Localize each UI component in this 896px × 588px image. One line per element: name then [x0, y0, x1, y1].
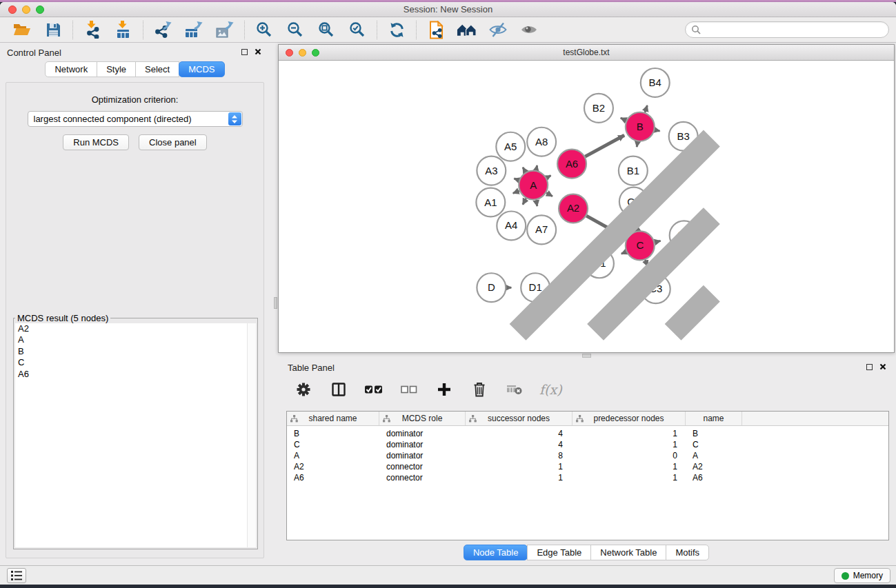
resize-grip-icon[interactable] [278, 61, 893, 352]
memory-label: Memory [853, 571, 883, 580]
close-window-button[interactable] [8, 6, 17, 14]
mcds-result-list[interactable]: A2 A B C A6 [15, 323, 256, 547]
tab-style[interactable]: Style [97, 61, 136, 77]
network-window-titlebar: testGlobe.txt [279, 45, 894, 61]
hierarchy-icon [576, 415, 584, 423]
checked-boxes-icon [365, 384, 383, 395]
zoom-fit-icon [317, 21, 335, 39]
refresh-icon [388, 21, 406, 39]
node-table: shared name MCDS role [286, 411, 889, 540]
optimization-criterion-label: Optimization criterion: [6, 94, 263, 105]
status-bar: Memory [0, 565, 896, 585]
delete-column-button[interactable] [469, 379, 490, 400]
memory-status-icon [842, 572, 849, 580]
tab-select[interactable]: Select [135, 61, 179, 77]
table-row[interactable]: B dominator 4 1 B [287, 428, 888, 439]
list-item[interactable]: C [15, 357, 256, 368]
scrollbar-track[interactable] [247, 323, 256, 547]
home-button[interactable] [457, 19, 477, 40]
select-stepper-icon [228, 112, 241, 125]
task-history-button[interactable] [7, 568, 26, 583]
add-column-button[interactable] [434, 379, 455, 400]
tab-motifs[interactable]: Motifs [666, 545, 709, 560]
hierarchy-icon [469, 415, 477, 423]
column-header[interactable]: predecessor nodes [573, 412, 686, 425]
zoom-window-button[interactable] [36, 6, 44, 14]
deselect-all-button[interactable] [399, 379, 419, 400]
delete-table-icon [507, 383, 523, 396]
close-view-button[interactable] [286, 49, 293, 57]
select-all-button[interactable] [364, 379, 384, 400]
delete-table-button[interactable] [504, 379, 525, 400]
column-header[interactable]: successor nodes [466, 412, 573, 425]
column-icon [330, 381, 347, 398]
window-controls [8, 6, 44, 14]
control-panel: Control Panel Network Style Select MCDS … [0, 43, 270, 565]
zoom-in-button[interactable] [254, 19, 275, 40]
tab-network-table[interactable]: Network Table [590, 545, 666, 560]
import-network-icon [83, 21, 101, 39]
network-file-button[interactable] [426, 19, 446, 40]
network-canvas[interactable]: B4B2BB3B1A5A8A3A6AA1A4A7A2C2CC4C1C3DD1 [279, 61, 894, 352]
refresh-button[interactable] [386, 19, 407, 40]
table-row[interactable]: C dominator 4 1 C [287, 439, 888, 450]
zoom-selected-button[interactable] [347, 19, 368, 40]
tab-network[interactable]: Network [45, 61, 97, 77]
export-network-button[interactable] [152, 19, 173, 40]
list-item[interactable]: A2 [15, 323, 256, 334]
zoom-fit-button[interactable] [316, 19, 337, 40]
search-input[interactable] [701, 23, 888, 37]
import-table-button[interactable] [113, 19, 134, 40]
zoom-out-icon [286, 21, 304, 39]
list-item[interactable]: B [15, 346, 256, 357]
tab-mcds[interactable]: MCDS [179, 61, 224, 77]
network-window-controls [286, 49, 319, 57]
table-settings-button[interactable] [293, 379, 314, 400]
tab-node-table[interactable]: Node Table [464, 545, 528, 560]
close-panel-button[interactable]: Close panel [139, 134, 207, 150]
table-row[interactable]: A6 connector 1 1 A6 [287, 472, 888, 483]
minimize-window-button[interactable] [22, 6, 30, 14]
float-panel-icon[interactable] [866, 364, 873, 370]
import-table-icon [115, 21, 132, 39]
search-box[interactable] [685, 21, 889, 38]
show-graphics-button[interactable] [519, 19, 539, 40]
hide-graphics-button[interactable] [488, 19, 508, 40]
trash-icon [472, 381, 486, 398]
table-row[interactable]: A2 connector 1 1 A2 [287, 461, 888, 472]
save-icon [46, 22, 61, 38]
save-session-button[interactable] [43, 19, 63, 40]
close-panel-icon[interactable] [879, 363, 886, 370]
table-panel-title: Table Panel [288, 363, 335, 373]
vertical-splitter-grip[interactable] [274, 297, 277, 309]
float-panel-icon[interactable] [241, 49, 248, 55]
table-row[interactable]: A dominator 8 0 A [287, 450, 888, 461]
tab-edge-table[interactable]: Edge Table [527, 545, 591, 560]
memory-button[interactable]: Memory [834, 568, 890, 583]
run-mcds-button[interactable]: Run MCDS [63, 134, 129, 150]
zoom-out-button[interactable] [285, 19, 306, 40]
hierarchy-icon [290, 415, 298, 423]
optimization-criterion-select[interactable]: largest connected component (directed) [28, 111, 243, 127]
control-panel-tabs: Network Style Select MCDS [0, 61, 270, 77]
import-network-button[interactable] [82, 19, 103, 40]
table-panel: Table Panel [278, 358, 895, 565]
list-item[interactable]: A [15, 334, 256, 345]
export-image-button[interactable] [215, 19, 235, 40]
list-item[interactable]: A6 [15, 369, 256, 380]
function-builder-button[interactable]: f(x) [539, 379, 562, 400]
column-header[interactable]: name [686, 412, 742, 425]
plus-icon [437, 382, 452, 397]
column-header[interactable]: MCDS role [379, 412, 466, 425]
export-table-button[interactable] [183, 19, 204, 40]
show-column-button[interactable] [328, 379, 349, 400]
minimize-view-button[interactable] [299, 49, 306, 57]
main-toolbar [0, 17, 896, 43]
open-session-button[interactable] [12, 19, 32, 40]
horizontal-splitter-grip[interactable] [582, 354, 591, 358]
table-toolbar: f(x) [278, 375, 895, 404]
network-view-window: testGlobe.txt B4B2BB3B1A5A8A3A6AA1A4A7A2… [278, 44, 895, 353]
maximize-view-button[interactable] [312, 49, 319, 57]
close-panel-icon[interactable] [255, 48, 261, 55]
column-header[interactable]: shared name [287, 412, 379, 425]
